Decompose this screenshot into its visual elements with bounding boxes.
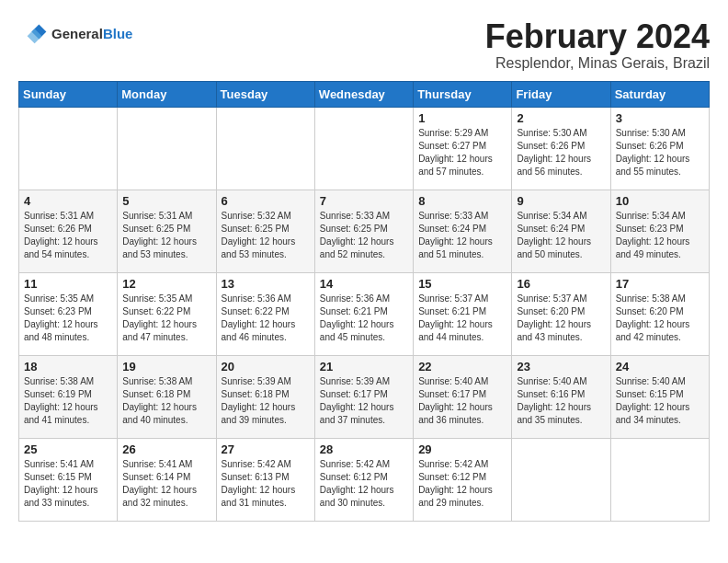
- calendar-cell: 27Sunrise: 5:42 AM Sunset: 6:13 PM Dayli…: [216, 438, 314, 521]
- day-info: Sunrise: 5:31 AM Sunset: 6:26 PM Dayligh…: [24, 210, 112, 261]
- calendar-cell: 15Sunrise: 5:37 AM Sunset: 6:21 PM Dayli…: [414, 272, 512, 355]
- day-info: Sunrise: 5:40 AM Sunset: 6:17 PM Dayligh…: [418, 375, 506, 427]
- day-of-week-header: Sunday: [19, 81, 118, 107]
- calendar-header-row: SundayMondayTuesdayWednesdayThursdayFrid…: [19, 81, 710, 107]
- day-number: 15: [418, 277, 506, 291]
- logo-general-text: General: [51, 26, 103, 41]
- calendar-cell: 21Sunrise: 5:39 AM Sunset: 6:17 PM Dayli…: [314, 355, 413, 438]
- day-number: 16: [517, 277, 605, 291]
- day-info: Sunrise: 5:35 AM Sunset: 6:23 PM Dayligh…: [24, 293, 112, 344]
- calendar-cell: 3Sunrise: 5:30 AM Sunset: 6:26 PM Daylig…: [610, 107, 709, 190]
- day-info: Sunrise: 5:42 AM Sunset: 6:12 PM Dayligh…: [320, 458, 408, 510]
- day-number: 25: [24, 442, 112, 456]
- day-number: 26: [122, 442, 210, 456]
- calendar-cell: 20Sunrise: 5:39 AM Sunset: 6:18 PM Dayli…: [216, 355, 314, 438]
- day-info: Sunrise: 5:32 AM Sunset: 6:25 PM Dayligh…: [222, 210, 310, 261]
- day-info: Sunrise: 5:33 AM Sunset: 6:25 PM Dayligh…: [320, 210, 408, 261]
- calendar-week-row: 11Sunrise: 5:35 AM Sunset: 6:23 PM Dayli…: [19, 272, 710, 355]
- calendar-cell: 26Sunrise: 5:41 AM Sunset: 6:14 PM Dayli…: [118, 438, 216, 521]
- day-of-week-header: Wednesday: [314, 81, 413, 107]
- calendar-cell: 7Sunrise: 5:33 AM Sunset: 6:25 PM Daylig…: [314, 190, 413, 272]
- day-info: Sunrise: 5:41 AM Sunset: 6:15 PM Dayligh…: [24, 458, 112, 510]
- calendar-cell: 11Sunrise: 5:35 AM Sunset: 6:23 PM Dayli…: [19, 272, 118, 355]
- logo-icon: [18, 18, 48, 48]
- logo: GeneralBlue: [18, 18, 132, 48]
- calendar-cell: 24Sunrise: 5:40 AM Sunset: 6:15 PM Dayli…: [610, 355, 709, 438]
- day-number: 4: [24, 194, 112, 208]
- day-number: 6: [222, 194, 310, 208]
- calendar-week-row: 1Sunrise: 5:29 AM Sunset: 6:27 PM Daylig…: [19, 107, 710, 190]
- calendar-cell: 14Sunrise: 5:36 AM Sunset: 6:21 PM Dayli…: [314, 272, 413, 355]
- day-number: 2: [517, 111, 605, 125]
- day-of-week-header: Monday: [118, 81, 216, 107]
- calendar-cell: 10Sunrise: 5:34 AM Sunset: 6:23 PM Dayli…: [610, 190, 709, 272]
- day-info: Sunrise: 5:41 AM Sunset: 6:14 PM Dayligh…: [122, 458, 210, 510]
- day-info: Sunrise: 5:42 AM Sunset: 6:13 PM Dayligh…: [222, 458, 310, 510]
- day-number: 20: [222, 360, 310, 373]
- calendar-body: 1Sunrise: 5:29 AM Sunset: 6:27 PM Daylig…: [19, 107, 710, 521]
- calendar-cell: 4Sunrise: 5:31 AM Sunset: 6:26 PM Daylig…: [19, 190, 118, 272]
- day-info: Sunrise: 5:38 AM Sunset: 6:19 PM Dayligh…: [24, 375, 112, 427]
- day-info: Sunrise: 5:39 AM Sunset: 6:17 PM Dayligh…: [320, 375, 408, 427]
- title-block: February 2024 Resplendor, Minas Gerais, …: [485, 18, 710, 72]
- day-of-week-header: Thursday: [414, 81, 512, 107]
- day-number: 9: [517, 194, 605, 208]
- calendar-cell: 18Sunrise: 5:38 AM Sunset: 6:19 PM Dayli…: [19, 355, 118, 438]
- day-number: 27: [222, 442, 310, 456]
- day-number: 28: [320, 442, 408, 456]
- day-info: Sunrise: 5:35 AM Sunset: 6:22 PM Dayligh…: [122, 293, 210, 344]
- calendar-cell: 5Sunrise: 5:31 AM Sunset: 6:25 PM Daylig…: [118, 190, 216, 272]
- calendar-cell: [118, 107, 216, 190]
- calendar-cell: 23Sunrise: 5:40 AM Sunset: 6:16 PM Dayli…: [512, 355, 610, 438]
- day-info: Sunrise: 5:38 AM Sunset: 6:20 PM Dayligh…: [616, 293, 704, 344]
- day-number: 18: [24, 360, 112, 373]
- logo-blue-text: Blue: [103, 26, 133, 41]
- calendar-week-row: 25Sunrise: 5:41 AM Sunset: 6:15 PM Dayli…: [19, 438, 710, 521]
- day-number: 14: [320, 277, 408, 291]
- calendar-cell: 6Sunrise: 5:32 AM Sunset: 6:25 PM Daylig…: [216, 190, 314, 272]
- calendar-cell: [610, 438, 709, 521]
- day-of-week-header: Saturday: [610, 81, 709, 107]
- calendar-cell: 16Sunrise: 5:37 AM Sunset: 6:20 PM Dayli…: [512, 272, 610, 355]
- calendar-cell: 17Sunrise: 5:38 AM Sunset: 6:20 PM Dayli…: [610, 272, 709, 355]
- day-number: 29: [418, 442, 506, 456]
- calendar-cell: 29Sunrise: 5:42 AM Sunset: 6:12 PM Dayli…: [414, 438, 512, 521]
- calendar-cell: 8Sunrise: 5:33 AM Sunset: 6:24 PM Daylig…: [414, 190, 512, 272]
- calendar-week-row: 18Sunrise: 5:38 AM Sunset: 6:19 PM Dayli…: [19, 355, 710, 438]
- calendar-cell: 19Sunrise: 5:38 AM Sunset: 6:18 PM Dayli…: [118, 355, 216, 438]
- day-number: 5: [122, 194, 210, 208]
- calendar-cell: 9Sunrise: 5:34 AM Sunset: 6:24 PM Daylig…: [512, 190, 610, 272]
- location: Resplendor, Minas Gerais, Brazil: [485, 55, 710, 72]
- day-info: Sunrise: 5:39 AM Sunset: 6:18 PM Dayligh…: [222, 375, 310, 427]
- day-info: Sunrise: 5:38 AM Sunset: 6:18 PM Dayligh…: [122, 375, 210, 427]
- day-info: Sunrise: 5:30 AM Sunset: 6:26 PM Dayligh…: [517, 127, 605, 178]
- month-year: February 2024: [485, 18, 710, 55]
- day-info: Sunrise: 5:31 AM Sunset: 6:25 PM Dayligh…: [122, 210, 210, 261]
- calendar-table: SundayMondayTuesdayWednesdayThursdayFrid…: [18, 81, 710, 522]
- day-info: Sunrise: 5:34 AM Sunset: 6:24 PM Dayligh…: [517, 210, 605, 261]
- day-number: 24: [616, 360, 704, 373]
- day-number: 23: [517, 360, 605, 373]
- day-info: Sunrise: 5:40 AM Sunset: 6:16 PM Dayligh…: [517, 375, 605, 427]
- calendar-cell: [19, 107, 118, 190]
- calendar-cell: 22Sunrise: 5:40 AM Sunset: 6:17 PM Dayli…: [414, 355, 512, 438]
- day-info: Sunrise: 5:42 AM Sunset: 6:12 PM Dayligh…: [418, 458, 506, 510]
- day-info: Sunrise: 5:30 AM Sunset: 6:26 PM Dayligh…: [616, 127, 704, 178]
- day-number: 1: [418, 111, 506, 125]
- day-number: 3: [616, 111, 704, 125]
- day-number: 22: [418, 360, 506, 373]
- day-info: Sunrise: 5:37 AM Sunset: 6:20 PM Dayligh…: [517, 293, 605, 344]
- day-of-week-header: Friday: [512, 81, 610, 107]
- calendar-cell: 25Sunrise: 5:41 AM Sunset: 6:15 PM Dayli…: [19, 438, 118, 521]
- day-info: Sunrise: 5:36 AM Sunset: 6:21 PM Dayligh…: [320, 293, 408, 344]
- day-number: 19: [122, 360, 210, 373]
- calendar-cell: 12Sunrise: 5:35 AM Sunset: 6:22 PM Dayli…: [118, 272, 216, 355]
- day-info: Sunrise: 5:33 AM Sunset: 6:24 PM Dayligh…: [418, 210, 506, 261]
- day-info: Sunrise: 5:36 AM Sunset: 6:22 PM Dayligh…: [222, 293, 310, 344]
- calendar-cell: [216, 107, 314, 190]
- day-number: 13: [222, 277, 310, 291]
- calendar-cell: [512, 438, 610, 521]
- day-info: Sunrise: 5:37 AM Sunset: 6:21 PM Dayligh…: [418, 293, 506, 344]
- day-number: 21: [320, 360, 408, 373]
- calendar-cell: 28Sunrise: 5:42 AM Sunset: 6:12 PM Dayli…: [314, 438, 413, 521]
